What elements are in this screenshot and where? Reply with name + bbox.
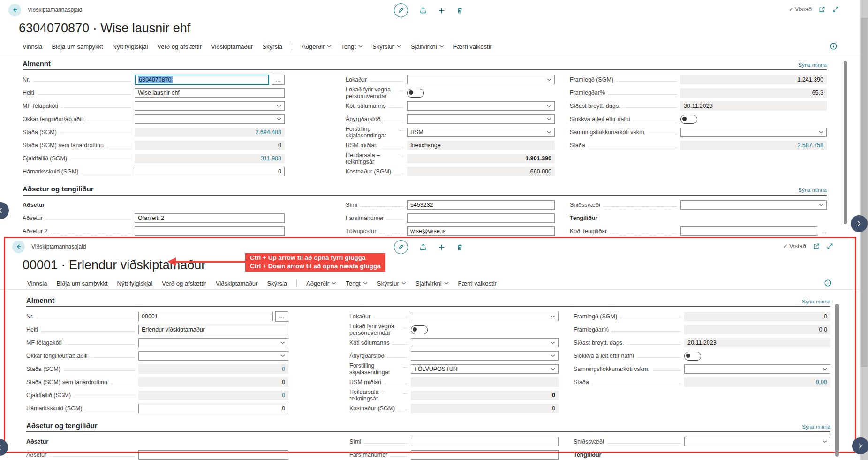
readonly-field-gjaldfalli-sgm[interactable]: 0 — [138, 391, 288, 400]
assist-edit-button[interactable]: … — [275, 311, 288, 322]
show-less-link[interactable]: Sýna minna — [798, 62, 827, 68]
field-input-mf-f-lagak-ti[interactable] — [138, 338, 288, 347]
field-input-k-ti-s-lumanns[interactable] — [407, 101, 555, 111]
field-input-k-i-tengili-ar[interactable] — [680, 226, 817, 236]
dropdown-chevron-icon[interactable] — [545, 131, 551, 134]
dropdown-chevron-icon[interactable] — [549, 354, 555, 357]
menu-dropdown-sk-rslur[interactable]: Skýrslur — [377, 280, 406, 287]
share-button[interactable] — [419, 243, 427, 251]
field-input-nr[interactable]: 00001 — [138, 312, 273, 321]
delete-button[interactable] — [456, 7, 463, 14]
back-button[interactable] — [8, 4, 21, 16]
field-input-fars-man-mer[interactable] — [411, 450, 559, 460]
new-button[interactable] — [438, 244, 445, 251]
field-input-s-mi[interactable] — [411, 437, 559, 446]
field-input-h-marksskuld-sgm[interactable]: 0 — [138, 404, 288, 413]
next-record-button[interactable] — [851, 215, 868, 232]
menu-more-options[interactable]: Færri valkostir — [458, 280, 497, 287]
field-input-okkar-tengili-ur-b-a-ili[interactable] — [138, 351, 288, 361]
show-less-link[interactable]: Sýna minna — [798, 187, 827, 193]
dropdown-chevron-icon[interactable] — [279, 354, 285, 357]
field-input-heiti[interactable]: Erlendur viðskiptamaður — [138, 325, 288, 334]
menu-item-sk-rsla[interactable]: Skýrsla — [262, 43, 282, 50]
dropdown-chevron-icon[interactable] — [279, 341, 285, 344]
field-input-mf-f-lagak-ti[interactable] — [135, 101, 285, 111]
menu-dropdown-sj-lfvirkni[interactable]: Sjálfvirkni — [415, 280, 449, 287]
toggle-sl-kkva-leit-eftir-nafni[interactable] — [684, 352, 701, 361]
field-input-nr[interactable]: 6304070870 — [135, 75, 269, 85]
breadcrumb[interactable]: Viðskiptamannaspjald — [28, 7, 83, 13]
field-input-forstilling-skjalasendingar[interactable]: TÖLVUPÓSTUR — [411, 364, 559, 374]
dropdown-chevron-icon[interactable] — [817, 204, 823, 206]
dropdown-chevron-icon[interactable] — [545, 105, 551, 107]
menu-item-n-tt-fylgiskjal[interactable]: Nýtt fylgiskjal — [117, 280, 153, 287]
field-input-byrg-arst[interactable] — [411, 351, 559, 361]
menu-item-n-tt-fylgiskjal[interactable]: Nýtt fylgiskjal — [113, 43, 148, 50]
field-input-k-ti-s-lumanns[interactable] — [411, 338, 559, 347]
share-button[interactable] — [419, 7, 427, 14]
dropdown-chevron-icon[interactable] — [545, 78, 551, 81]
open-in-new-window-button[interactable] — [813, 243, 820, 249]
menu-item-vi-skiptama-ur[interactable]: Viðskiptamaður — [211, 43, 253, 50]
field-input-fars-man-mer[interactable] — [407, 213, 555, 223]
window2-scrollbar-thumb[interactable] — [835, 304, 839, 457]
field-input-sni-ssv-i[interactable] — [680, 200, 827, 210]
dropdown-chevron-icon[interactable] — [817, 131, 823, 134]
menu-more-options[interactable]: Færri valkostir — [453, 43, 492, 50]
new-button[interactable] — [438, 7, 445, 14]
field-input-samningsflokkunark-ti-vskm[interactable] — [680, 128, 827, 137]
delete-button[interactable] — [456, 244, 463, 251]
field-input-loka-ur[interactable] — [411, 312, 559, 321]
breadcrumb[interactable]: Viðskiptamannaspjald — [31, 243, 86, 250]
menu-dropdown-a-ger-ir[interactable]: Aðgerðir — [302, 43, 332, 50]
page-info-button[interactable] — [824, 279, 831, 288]
field-input-okkar-tengili-ur-b-a-ili[interactable] — [135, 114, 285, 124]
toggle-loka-fyrir-vegna-pers-nuverndar[interactable] — [407, 89, 424, 98]
menu-item-vinnsla[interactable]: Vinnsla — [27, 280, 47, 287]
collapse-button[interactable] — [832, 6, 839, 13]
readonly-field-sta-a[interactable]: 2.587.758 — [680, 141, 827, 150]
assist-edit-button[interactable]: … — [821, 228, 827, 234]
field-input-t-lvup-stur[interactable]: wise@wise.is — [407, 226, 555, 236]
field-input-a-setur[interactable] — [138, 450, 288, 460]
menu-item-bi-ja-um-sam-ykkt[interactable]: Biðja um samþykkt — [52, 43, 103, 50]
dropdown-chevron-icon[interactable] — [275, 105, 281, 107]
field-input-loka-ur[interactable] — [407, 75, 555, 84]
field-input-a-setur-2[interactable] — [135, 226, 285, 236]
window1-scrollbar-thumb[interactable] — [844, 61, 847, 224]
field-input-s-mi[interactable]: 5453232 — [407, 200, 555, 210]
dropdown-chevron-icon[interactable] — [549, 315, 555, 318]
menu-dropdown-a-ger-ir[interactable]: Aðgerðir — [306, 280, 336, 287]
menu-item-ver-og-afsl-ttir[interactable]: Verð og afslættir — [157, 43, 202, 50]
dropdown-chevron-icon[interactable] — [275, 118, 281, 121]
back-button[interactable] — [12, 241, 25, 253]
field-input-forstilling-skjalasendingar[interactable]: RSM — [407, 128, 555, 137]
menu-item-ver-og-afsl-ttir[interactable]: Verð og afslættir — [162, 280, 206, 287]
assist-edit-button[interactable]: … — [272, 75, 285, 85]
edit-pencil-button[interactable] — [394, 3, 408, 17]
menu-dropdown-tengt[interactable]: Tengt — [346, 280, 368, 287]
show-less-link[interactable]: Sýna minna — [802, 424, 830, 430]
edit-pencil-button[interactable] — [394, 240, 408, 254]
menu-item-vi-skiptama-ur[interactable]: Viðskiptamaður — [216, 280, 257, 287]
dropdown-chevron-icon[interactable] — [549, 368, 555, 370]
dropdown-chevron-icon[interactable] — [545, 118, 551, 121]
next-record-button[interactable] — [852, 437, 868, 454]
dropdown-chevron-icon[interactable] — [549, 341, 555, 344]
menu-dropdown-sj-lfvirkni[interactable]: Sjálfvirkni — [411, 43, 444, 50]
field-input-byrg-arst[interactable] — [407, 114, 555, 124]
field-input-h-marksskuld-sgm[interactable]: 0 — [135, 167, 285, 176]
dropdown-chevron-icon[interactable] — [821, 368, 827, 370]
readonly-field-sta-a-sgm[interactable]: 2.694.483 — [135, 128, 285, 137]
open-in-new-window-button[interactable] — [819, 6, 825, 13]
menu-dropdown-tengt[interactable]: Tengt — [341, 43, 363, 50]
menu-item-bi-ja-um-sam-ykkt[interactable]: Biðja um samþykkt — [56, 280, 107, 287]
readonly-field-sta-a-sgm[interactable]: 0 — [138, 364, 288, 374]
page-info-button[interactable] — [830, 43, 837, 51]
toggle-loka-fyrir-vegna-pers-nuverndar[interactable] — [411, 325, 428, 334]
toggle-sl-kkva-leit-eftir-nafni[interactable] — [680, 115, 697, 124]
readonly-field-sta-a[interactable]: 0,00 — [684, 377, 830, 387]
collapse-button[interactable] — [827, 243, 833, 249]
field-input-heiti[interactable]: Wise lausnir ehf — [135, 88, 285, 98]
dropdown-chevron-icon[interactable] — [821, 440, 827, 443]
